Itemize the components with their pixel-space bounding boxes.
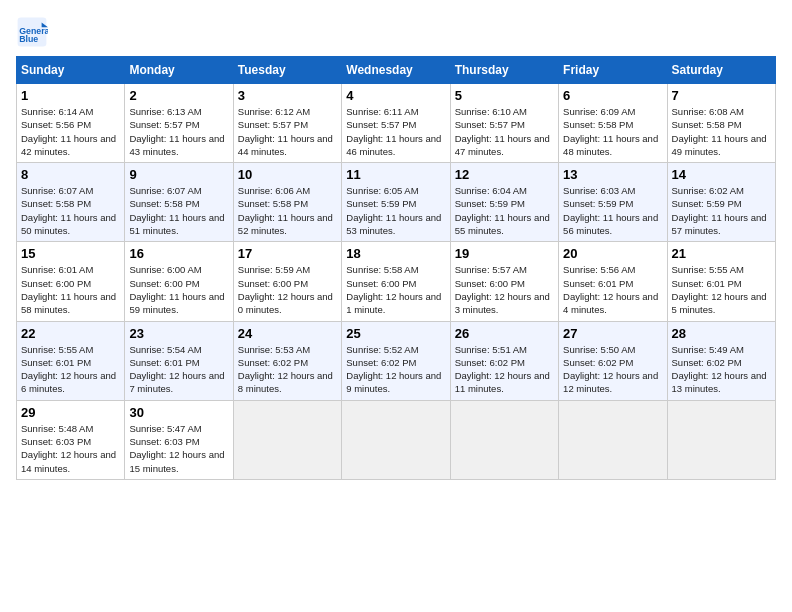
calendar-cell: 20Sunrise: 5:56 AMSunset: 6:01 PMDayligh… xyxy=(559,242,667,321)
calendar-cell: 7Sunrise: 6:08 AMSunset: 5:58 PMDaylight… xyxy=(667,84,775,163)
day-info: Sunrise: 6:06 AMSunset: 5:58 PMDaylight:… xyxy=(238,184,337,237)
logo: General Blue xyxy=(16,16,50,48)
day-info: Sunrise: 6:07 AMSunset: 5:58 PMDaylight:… xyxy=(21,184,120,237)
day-number: 20 xyxy=(563,246,662,261)
calendar-cell: 21Sunrise: 5:55 AMSunset: 6:01 PMDayligh… xyxy=(667,242,775,321)
day-info: Sunrise: 6:01 AMSunset: 6:00 PMDaylight:… xyxy=(21,263,120,316)
calendar-cell: 25Sunrise: 5:52 AMSunset: 6:02 PMDayligh… xyxy=(342,321,450,400)
day-number: 8 xyxy=(21,167,120,182)
day-number: 26 xyxy=(455,326,554,341)
day-number: 24 xyxy=(238,326,337,341)
day-info: Sunrise: 5:54 AMSunset: 6:01 PMDaylight:… xyxy=(129,343,228,396)
day-number: 2 xyxy=(129,88,228,103)
day-number: 7 xyxy=(672,88,771,103)
day-info: Sunrise: 5:47 AMSunset: 6:03 PMDaylight:… xyxy=(129,422,228,475)
calendar-cell: 14Sunrise: 6:02 AMSunset: 5:59 PMDayligh… xyxy=(667,163,775,242)
day-number: 1 xyxy=(21,88,120,103)
day-number: 19 xyxy=(455,246,554,261)
day-info: Sunrise: 6:09 AMSunset: 5:58 PMDaylight:… xyxy=(563,105,662,158)
day-info: Sunrise: 6:04 AMSunset: 5:59 PMDaylight:… xyxy=(455,184,554,237)
day-number: 10 xyxy=(238,167,337,182)
calendar-cell: 23Sunrise: 5:54 AMSunset: 6:01 PMDayligh… xyxy=(125,321,233,400)
calendar-cell xyxy=(450,400,558,479)
weekday-header-thursday: Thursday xyxy=(450,57,558,84)
calendar-cell: 5Sunrise: 6:10 AMSunset: 5:57 PMDaylight… xyxy=(450,84,558,163)
day-number: 21 xyxy=(672,246,771,261)
day-info: Sunrise: 6:14 AMSunset: 5:56 PMDaylight:… xyxy=(21,105,120,158)
day-info: Sunrise: 5:51 AMSunset: 6:02 PMDaylight:… xyxy=(455,343,554,396)
day-info: Sunrise: 6:03 AMSunset: 5:59 PMDaylight:… xyxy=(563,184,662,237)
calendar-cell: 3Sunrise: 6:12 AMSunset: 5:57 PMDaylight… xyxy=(233,84,341,163)
day-number: 4 xyxy=(346,88,445,103)
day-info: Sunrise: 5:56 AMSunset: 6:01 PMDaylight:… xyxy=(563,263,662,316)
calendar-cell: 4Sunrise: 6:11 AMSunset: 5:57 PMDaylight… xyxy=(342,84,450,163)
calendar-cell: 19Sunrise: 5:57 AMSunset: 6:00 PMDayligh… xyxy=(450,242,558,321)
day-info: Sunrise: 5:55 AMSunset: 6:01 PMDaylight:… xyxy=(672,263,771,316)
calendar-cell: 26Sunrise: 5:51 AMSunset: 6:02 PMDayligh… xyxy=(450,321,558,400)
calendar-cell: 10Sunrise: 6:06 AMSunset: 5:58 PMDayligh… xyxy=(233,163,341,242)
day-number: 18 xyxy=(346,246,445,261)
day-number: 30 xyxy=(129,405,228,420)
day-info: Sunrise: 5:53 AMSunset: 6:02 PMDaylight:… xyxy=(238,343,337,396)
day-number: 23 xyxy=(129,326,228,341)
day-number: 12 xyxy=(455,167,554,182)
weekday-header-monday: Monday xyxy=(125,57,233,84)
day-number: 9 xyxy=(129,167,228,182)
day-info: Sunrise: 6:07 AMSunset: 5:58 PMDaylight:… xyxy=(129,184,228,237)
calendar-cell: 16Sunrise: 6:00 AMSunset: 6:00 PMDayligh… xyxy=(125,242,233,321)
calendar-cell: 2Sunrise: 6:13 AMSunset: 5:57 PMDaylight… xyxy=(125,84,233,163)
day-number: 11 xyxy=(346,167,445,182)
calendar-cell: 30Sunrise: 5:47 AMSunset: 6:03 PMDayligh… xyxy=(125,400,233,479)
day-info: Sunrise: 5:52 AMSunset: 6:02 PMDaylight:… xyxy=(346,343,445,396)
day-info: Sunrise: 6:00 AMSunset: 6:00 PMDaylight:… xyxy=(129,263,228,316)
calendar-cell: 6Sunrise: 6:09 AMSunset: 5:58 PMDaylight… xyxy=(559,84,667,163)
day-info: Sunrise: 5:49 AMSunset: 6:02 PMDaylight:… xyxy=(672,343,771,396)
calendar-cell: 9Sunrise: 6:07 AMSunset: 5:58 PMDaylight… xyxy=(125,163,233,242)
day-info: Sunrise: 6:12 AMSunset: 5:57 PMDaylight:… xyxy=(238,105,337,158)
calendar-table: SundayMondayTuesdayWednesdayThursdayFrid… xyxy=(16,56,776,480)
svg-text:Blue: Blue xyxy=(19,34,38,44)
day-info: Sunrise: 6:08 AMSunset: 5:58 PMDaylight:… xyxy=(672,105,771,158)
calendar-cell: 12Sunrise: 6:04 AMSunset: 5:59 PMDayligh… xyxy=(450,163,558,242)
day-info: Sunrise: 6:11 AMSunset: 5:57 PMDaylight:… xyxy=(346,105,445,158)
calendar-week-row: 1Sunrise: 6:14 AMSunset: 5:56 PMDaylight… xyxy=(17,84,776,163)
day-number: 15 xyxy=(21,246,120,261)
weekday-header-sunday: Sunday xyxy=(17,57,125,84)
day-info: Sunrise: 5:59 AMSunset: 6:00 PMDaylight:… xyxy=(238,263,337,316)
calendar-cell: 13Sunrise: 6:03 AMSunset: 5:59 PMDayligh… xyxy=(559,163,667,242)
calendar-cell: 28Sunrise: 5:49 AMSunset: 6:02 PMDayligh… xyxy=(667,321,775,400)
day-number: 25 xyxy=(346,326,445,341)
calendar-cell xyxy=(667,400,775,479)
day-number: 13 xyxy=(563,167,662,182)
day-info: Sunrise: 6:13 AMSunset: 5:57 PMDaylight:… xyxy=(129,105,228,158)
calendar-cell: 15Sunrise: 6:01 AMSunset: 6:00 PMDayligh… xyxy=(17,242,125,321)
day-number: 29 xyxy=(21,405,120,420)
weekday-header-tuesday: Tuesday xyxy=(233,57,341,84)
day-info: Sunrise: 5:55 AMSunset: 6:01 PMDaylight:… xyxy=(21,343,120,396)
day-number: 27 xyxy=(563,326,662,341)
day-number: 3 xyxy=(238,88,337,103)
day-info: Sunrise: 6:02 AMSunset: 5:59 PMDaylight:… xyxy=(672,184,771,237)
logo-icon: General Blue xyxy=(16,16,48,48)
day-number: 22 xyxy=(21,326,120,341)
calendar-cell: 24Sunrise: 5:53 AMSunset: 6:02 PMDayligh… xyxy=(233,321,341,400)
calendar-cell: 1Sunrise: 6:14 AMSunset: 5:56 PMDaylight… xyxy=(17,84,125,163)
day-info: Sunrise: 6:10 AMSunset: 5:57 PMDaylight:… xyxy=(455,105,554,158)
calendar-cell: 8Sunrise: 6:07 AMSunset: 5:58 PMDaylight… xyxy=(17,163,125,242)
calendar-cell: 18Sunrise: 5:58 AMSunset: 6:00 PMDayligh… xyxy=(342,242,450,321)
page-header: General Blue xyxy=(16,16,776,48)
day-info: Sunrise: 5:58 AMSunset: 6:00 PMDaylight:… xyxy=(346,263,445,316)
day-number: 16 xyxy=(129,246,228,261)
day-number: 17 xyxy=(238,246,337,261)
day-info: Sunrise: 6:05 AMSunset: 5:59 PMDaylight:… xyxy=(346,184,445,237)
calendar-cell: 29Sunrise: 5:48 AMSunset: 6:03 PMDayligh… xyxy=(17,400,125,479)
calendar-header-row: SundayMondayTuesdayWednesdayThursdayFrid… xyxy=(17,57,776,84)
calendar-cell: 27Sunrise: 5:50 AMSunset: 6:02 PMDayligh… xyxy=(559,321,667,400)
calendar-cell xyxy=(342,400,450,479)
day-number: 6 xyxy=(563,88,662,103)
day-info: Sunrise: 5:57 AMSunset: 6:00 PMDaylight:… xyxy=(455,263,554,316)
day-info: Sunrise: 5:48 AMSunset: 6:03 PMDaylight:… xyxy=(21,422,120,475)
calendar-cell: 11Sunrise: 6:05 AMSunset: 5:59 PMDayligh… xyxy=(342,163,450,242)
calendar-cell xyxy=(233,400,341,479)
calendar-cell: 17Sunrise: 5:59 AMSunset: 6:00 PMDayligh… xyxy=(233,242,341,321)
